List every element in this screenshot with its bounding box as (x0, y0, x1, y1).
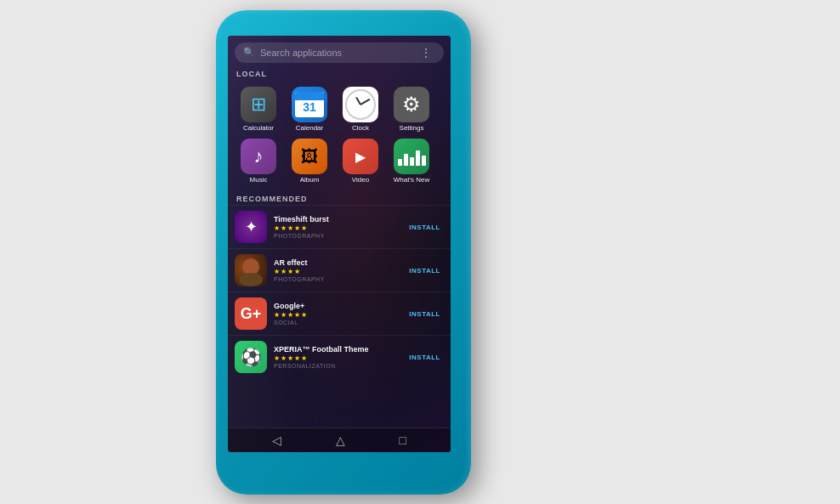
app-item-calculator[interactable]: Calculator (233, 83, 284, 136)
xperia-name: XPERIA™ Football Theme (274, 345, 406, 354)
googleplus-icon: G+ (235, 297, 267, 330)
areffect-install-button[interactable]: INSTALL (406, 264, 444, 277)
timeshift-stars: ★★★★★ (274, 224, 406, 233)
phone-screen: 🔍 Search applications ⋮ LOCAL Calculator (228, 36, 451, 452)
recommended-section-label: RECOMMENDED (228, 191, 451, 205)
timeshift-info: Timeshift burst ★★★★★ PHOTOGRAPHY (274, 215, 406, 238)
calendar-icon: 31 (292, 87, 327, 122)
phone-mockup: 🔍 Search applications ⋮ LOCAL Calculator (216, 10, 488, 495)
timeshift-icon (235, 211, 267, 243)
timeshift-install-button[interactable]: INSTALL (406, 221, 444, 234)
xperia-info: XPERIA™ Football Theme ★★★★★ PERSONALIZA… (274, 345, 406, 368)
rec-item-googleplus[interactable]: G+ Google+ ★★★★★ SOCIAL INSTALL (228, 292, 451, 335)
app-item-clock[interactable]: Clock (335, 83, 386, 136)
video-icon (343, 139, 378, 174)
googleplus-category: SOCIAL (274, 320, 406, 326)
settings-icon (394, 87, 429, 122)
app-item-calendar[interactable]: 31 Calendar (284, 83, 335, 136)
more-options-icon[interactable]: ⋮ (420, 47, 435, 59)
app-item-video[interactable]: Video (335, 135, 386, 188)
app-item-whatsnew[interactable]: What's New (386, 135, 437, 188)
googleplus-install-button[interactable]: INSTALL (406, 308, 444, 320)
calendar-label: Calendar (296, 125, 323, 133)
local-section-label: LOCAL (228, 66, 451, 80)
phone-body: 🔍 Search applications ⋮ LOCAL Calculator (216, 10, 471, 495)
rec-item-timeshift[interactable]: Timeshift burst ★★★★★ PHOTOGRAPHY INSTAL… (228, 205, 451, 248)
back-button[interactable]: ◁ (272, 433, 281, 447)
clock-icon (343, 87, 378, 122)
app-item-album[interactable]: Album (284, 135, 335, 188)
rec-item-xperia[interactable]: XPERIA™ Football Theme ★★★★★ PERSONALIZA… (228, 335, 451, 378)
search-placeholder: Search applications (260, 48, 415, 58)
areffect-stars: ★★★★ (274, 268, 406, 276)
home-button[interactable]: △ (336, 433, 345, 447)
areffect-icon (235, 254, 267, 286)
googleplus-stars: ★★★★★ (274, 311, 406, 320)
areffect-info: AR effect ★★★★ PHOTOGRAPHY (274, 258, 406, 281)
clock-label: Clock (352, 125, 369, 133)
xperia-install-button[interactable]: INSTALL (406, 351, 444, 364)
music-icon (241, 139, 276, 174)
calculator-icon (241, 87, 276, 122)
calculator-label: Calculator (243, 125, 274, 133)
screen-content: 🔍 Search applications ⋮ LOCAL Calculator (228, 36, 451, 452)
xperia-category: PERSONALIZATION (274, 363, 406, 369)
app-item-settings[interactable]: Settings (386, 83, 437, 136)
xperia-icon (235, 341, 267, 373)
googleplus-info: Google+ ★★★★★ SOCIAL (274, 302, 406, 325)
album-icon (292, 139, 327, 174)
timeshift-name: Timeshift burst (274, 215, 406, 224)
album-label: Album (300, 177, 320, 184)
search-icon: 🔍 (243, 47, 255, 58)
rec-item-areffect[interactable]: AR effect ★★★★ PHOTOGRAPHY INSTALL (228, 248, 451, 292)
app-item-music[interactable]: Music (233, 135, 284, 188)
areffect-name: AR effect (274, 258, 406, 268)
areffect-category: PHOTOGRAPHY (274, 276, 406, 282)
timeshift-category: PHOTOGRAPHY (274, 233, 406, 239)
recent-button[interactable]: □ (400, 433, 406, 447)
search-bar[interactable]: 🔍 Search applications ⋮ (235, 42, 444, 63)
googleplus-name: Google+ (274, 302, 406, 311)
calendar-day: 31 (303, 101, 316, 113)
bar-chart (398, 147, 426, 166)
settings-label: Settings (400, 125, 424, 133)
video-label: Video (352, 177, 369, 184)
whatsnew-icon (394, 139, 429, 174)
local-app-grid: Calculator 31 Calendar (228, 80, 451, 192)
recommended-list: Timeshift burst ★★★★★ PHOTOGRAPHY INSTAL… (228, 205, 451, 427)
bottom-nav: ◁ △ □ (228, 428, 451, 452)
xperia-stars: ★★★★★ (274, 354, 406, 363)
whatsnew-label: What's New (394, 177, 429, 184)
music-label: Music (250, 177, 268, 184)
